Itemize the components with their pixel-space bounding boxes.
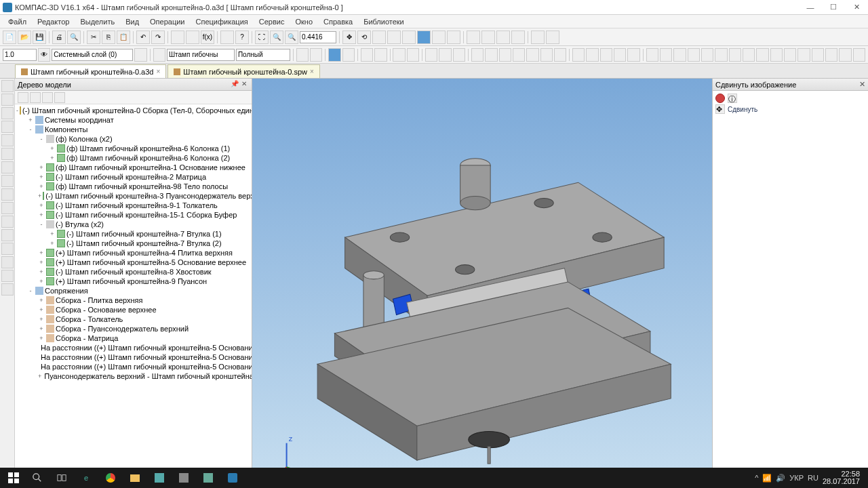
tree-node[interactable]: +(-) Штамп гибочный кронштейна-7 Втулка … [15, 229, 252, 239]
tb2-x14[interactable] [825, 48, 837, 62]
taskbar-app3[interactable] [197, 469, 220, 487]
tab-close[interactable]: × [310, 68, 314, 75]
taskbar-kompas[interactable] [221, 469, 244, 487]
tree-body[interactable]: - (-) Штамп гибочный кронштейна-0 Сборка… [15, 104, 252, 472]
scale-combo[interactable] [3, 49, 37, 61]
tree-toggle[interactable]: - [27, 126, 34, 133]
tree-node[interactable]: +(-) Штамп гибочный кронштейна-8 Хвостов… [15, 267, 252, 277]
tree-toggle[interactable]: + [49, 240, 56, 247]
tree-node[interactable]: +Сборка - Толкатель [15, 314, 252, 324]
tree-toggle[interactable]: + [49, 145, 56, 152]
vtool-circle[interactable] [1, 134, 14, 146]
stop-icon[interactable] [715, 94, 725, 103]
tree-node[interactable]: +Сборка - Основание верхнее [15, 305, 252, 314]
zoom-value-input[interactable] [300, 31, 336, 43]
tree-node[interactable]: +Сборка - Плитка верхняя [15, 296, 252, 305]
tree-toggle[interactable]: + [38, 297, 45, 304]
menu-справка[interactable]: Справка [318, 16, 358, 27]
tb2-u[interactable] [600, 48, 612, 62]
tree-pin-button[interactable]: 📌 [230, 80, 239, 89]
menu-вид[interactable]: Вид [120, 16, 144, 27]
pan-button[interactable]: ✥ [342, 30, 356, 44]
tree-toggle[interactable]: + [38, 202, 45, 209]
tb2-g[interactable] [393, 48, 405, 62]
vtool-a[interactable] [1, 188, 14, 201]
tb2-x10[interactable] [770, 48, 783, 62]
document-tab[interactable]: Штамп гибочный кронштейна-0.a3d× [15, 64, 166, 78]
vtool-g[interactable] [1, 270, 14, 282]
tree-node[interactable]: -(ф) Колонка (x2) [15, 134, 252, 144]
tb2-x8[interactable] [743, 48, 755, 62]
tb2-q[interactable] [540, 48, 553, 62]
filter-button[interactable] [153, 48, 165, 62]
tb-btn-a[interactable] [171, 30, 184, 44]
minimize-button[interactable]: — [802, 1, 819, 14]
tree-toggle[interactable]: + [38, 164, 45, 171]
tb2-x11[interactable] [784, 48, 796, 62]
tb-btn-h[interactable] [447, 30, 460, 44]
tree-toggle[interactable]: + [38, 183, 45, 190]
tree-toggle[interactable]: + [38, 325, 45, 332]
tb2-r[interactable] [554, 48, 566, 62]
tree-node[interactable]: +Сборка - Пуансонодержатель верхний [15, 324, 252, 333]
save-button[interactable]: 💾 [33, 30, 46, 44]
tray-network-icon[interactable]: 📶 [762, 474, 772, 483]
tree-node[interactable]: +Пуансонодержатель верхний - Штамп гибоч… [15, 371, 252, 381]
tb2-t[interactable] [586, 48, 598, 62]
tb-btn-f[interactable] [402, 30, 416, 44]
tree-toggle[interactable]: + [49, 230, 56, 237]
tray-volume-icon[interactable]: 🔊 [776, 474, 785, 483]
menu-файл[interactable]: Файл [3, 16, 32, 27]
tb2-x3[interactable] [673, 48, 686, 62]
tree-node[interactable]: +(-) Штамп гибочный кронштейна-2 Матрица [15, 172, 252, 182]
vtool-c[interactable] [1, 216, 14, 228]
tree-tool-c[interactable] [42, 92, 53, 103]
taskbar-chrome[interactable] [99, 469, 122, 487]
vtool-rect[interactable] [1, 148, 14, 160]
menu-сервис[interactable]: Сервис [254, 16, 290, 27]
tb2-n[interactable] [499, 48, 511, 62]
tb2-e[interactable] [361, 48, 373, 62]
tb2-v[interactable] [614, 48, 626, 62]
right-panel-close[interactable]: ✕ [859, 80, 865, 89]
vtool-arc[interactable] [1, 121, 14, 133]
tb2-b[interactable] [310, 48, 322, 62]
start-button[interactable] [3, 469, 24, 487]
tree-toggle[interactable]: - [38, 136, 45, 142]
tree-toggle[interactable]: + [38, 268, 45, 275]
open-button[interactable]: 📂 [18, 30, 31, 44]
close-button[interactable]: ✕ [848, 1, 865, 14]
tree-toggle[interactable]: + [27, 117, 34, 123]
vtool-dim[interactable] [1, 161, 14, 174]
menu-операции[interactable]: Операции [144, 16, 190, 27]
redo-button[interactable]: ↷ [151, 30, 165, 44]
tb2-i[interactable] [425, 48, 437, 62]
tb-btn-i[interactable] [467, 30, 480, 44]
layer-btn[interactable] [134, 48, 146, 62]
tree-toggle[interactable]: + [38, 211, 45, 218]
tb2-x4[interactable] [688, 48, 700, 62]
tree-close-button[interactable]: ✕ [239, 80, 249, 89]
tb-btn-l[interactable] [511, 30, 525, 44]
tree-toggle[interactable]: - [27, 287, 34, 294]
tb-btn-g[interactable] [432, 30, 446, 44]
tree-node[interactable]: +(-) Штамп гибочный кронштейна-3 Пуансон… [15, 191, 252, 201]
tree-node[interactable]: -Сопряжения [15, 286, 252, 296]
tb2-x5[interactable] [701, 48, 713, 62]
rotate-button[interactable]: ⟲ [357, 30, 371, 44]
layer-vis-button[interactable]: 👁 [38, 48, 50, 62]
tb-btn-n[interactable] [546, 30, 559, 44]
tab-close[interactable]: × [156, 68, 160, 75]
tree-node[interactable]: +(-) Штамп гибочный кронштейна-15-1 Сбор… [15, 210, 252, 220]
vtool-b[interactable] [1, 202, 14, 214]
vtool-h[interactable] [1, 283, 14, 296]
preview-button[interactable]: 🔍 [67, 30, 81, 44]
vtool-d[interactable] [1, 229, 14, 241]
tree-toggle[interactable]: + [38, 316, 45, 323]
menu-выделить[interactable]: Выделить [75, 16, 120, 27]
tree-node[interactable]: -(-) Втулка (x2) [15, 220, 252, 229]
tree-toggle[interactable]: + [38, 259, 45, 266]
tb2-o[interactable] [513, 48, 525, 62]
vtool-select[interactable] [1, 80, 14, 92]
system-tray[interactable]: ^ 📶 🔊 УКР RU 22:58 28.07.2017 [755, 470, 865, 485]
